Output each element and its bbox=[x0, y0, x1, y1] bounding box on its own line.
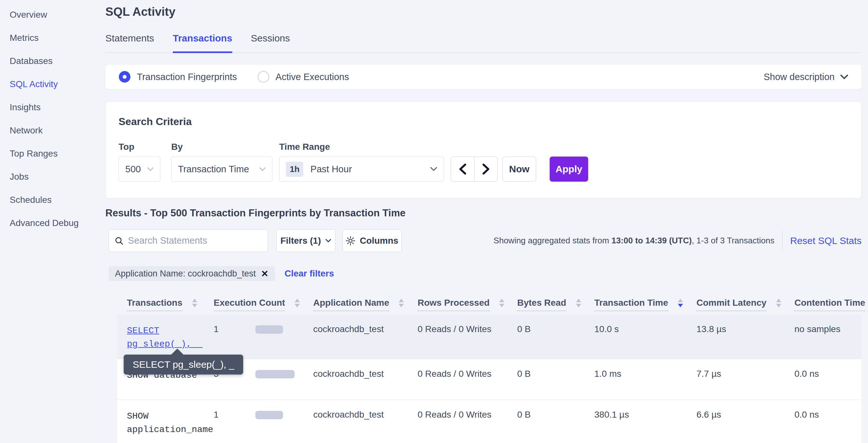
column-header-application-name[interactable]: Application Name bbox=[313, 298, 417, 311]
table-header-row: TransactionsExecution CountApplication N… bbox=[117, 289, 862, 315]
by-select-value: Transaction Time bbox=[178, 164, 249, 175]
execution-count-cell: 1 bbox=[214, 400, 313, 443]
sort-down-icon bbox=[499, 304, 504, 307]
radio-active-executions[interactable]: Active Executions bbox=[258, 71, 349, 83]
sort-icon[interactable] bbox=[678, 299, 683, 307]
sidebar-item-overview[interactable]: Overview bbox=[0, 3, 96, 26]
sort-up-icon bbox=[678, 299, 683, 302]
column-header-execution-count[interactable]: Execution Count bbox=[214, 298, 313, 311]
sidebar-item-metrics[interactable]: Metrics bbox=[0, 26, 96, 50]
rows-processed-cell: 0 Reads / 0 Writes bbox=[417, 400, 517, 443]
by-field: By Transaction Time bbox=[171, 142, 272, 182]
sort-icon[interactable] bbox=[576, 299, 581, 307]
sidebar-item-jobs[interactable]: Jobs bbox=[0, 165, 96, 188]
tab-statements[interactable]: Statements bbox=[105, 33, 154, 53]
transaction-fingerprint-link[interactable]: SELECT pg_sleep(_), _ bbox=[127, 326, 203, 349]
search-input[interactable] bbox=[128, 235, 262, 246]
sort-icon[interactable] bbox=[499, 299, 504, 307]
caret-right-icon bbox=[483, 164, 490, 175]
sort-icon[interactable] bbox=[399, 299, 404, 307]
contention-time-cell: no samples bbox=[795, 315, 862, 359]
sort-icon[interactable] bbox=[776, 299, 781, 307]
tab-bar: StatementsTransactionsSessions bbox=[105, 33, 862, 53]
tab-sessions[interactable]: Sessions bbox=[251, 33, 290, 53]
transaction-time-value: 1.0 ms bbox=[594, 369, 690, 379]
contention-time-cell: 0.0 ns bbox=[795, 400, 862, 443]
sidebar-item-advanced-debug[interactable]: Advanced Debug bbox=[0, 211, 96, 235]
chevron-down-icon bbox=[430, 167, 437, 171]
sidebar-item-top-ranges[interactable]: Top Ranges bbox=[0, 142, 96, 165]
execution-count-bar bbox=[255, 325, 283, 334]
by-label: By bbox=[171, 142, 272, 152]
search-statements-box bbox=[108, 229, 268, 252]
column-header-label: Transactions bbox=[127, 298, 183, 311]
time-range-badge: 1h bbox=[286, 162, 303, 177]
sort-icon[interactable] bbox=[192, 299, 197, 307]
gear-icon bbox=[346, 236, 355, 246]
sort-down-icon bbox=[399, 304, 404, 307]
application-name-cell: cockroachdb_test bbox=[313, 400, 417, 443]
sidebar: OverviewMetricsDatabasesSQL ActivityInsi… bbox=[0, 0, 96, 235]
transaction-cell: SELECT pg_sleep(_), _ bbox=[127, 315, 214, 359]
clear-filters-link[interactable]: Clear filters bbox=[285, 268, 334, 279]
view-toggle-options: Transaction FingerprintsActive Execution… bbox=[119, 71, 349, 83]
show-description-toggle[interactable]: Show description bbox=[764, 72, 848, 82]
column-header-bytes-read[interactable]: Bytes Read bbox=[517, 298, 594, 311]
aggregated-stats-text: Showing aggregated stats from 13:00 to 1… bbox=[493, 236, 774, 246]
sort-down-icon bbox=[192, 304, 197, 307]
column-header-label: Execution Count bbox=[214, 298, 285, 311]
sidebar-item-schedules[interactable]: Schedules bbox=[0, 188, 96, 211]
sidebar-item-databases[interactable]: Databases bbox=[0, 50, 96, 73]
search-icon bbox=[115, 236, 123, 246]
by-select[interactable]: Transaction Time bbox=[171, 156, 272, 182]
application-name-cell: cockroachdb_test bbox=[313, 315, 417, 359]
column-header-label: Contention Time bbox=[795, 298, 865, 311]
top-field: Top 500 bbox=[119, 142, 160, 182]
transaction-time-cell: 10.0 s bbox=[594, 315, 696, 359]
column-header-transaction-time[interactable]: Transaction Time bbox=[594, 298, 696, 311]
column-header-commit-latency[interactable]: Commit Latency bbox=[696, 298, 795, 311]
filter-chip[interactable]: Application Name: cockroachdb_test ✕ bbox=[108, 266, 275, 281]
sort-down-icon bbox=[576, 304, 581, 307]
sort-icon[interactable] bbox=[294, 299, 300, 307]
execution-count-cell: 1 bbox=[214, 315, 313, 359]
column-header-label: Application Name bbox=[313, 298, 389, 311]
column-header-rows-processed[interactable]: Rows Processed bbox=[417, 298, 517, 311]
commit-latency-value: 7.7 µs bbox=[696, 369, 788, 379]
chevron-down-icon bbox=[840, 75, 848, 80]
reset-sql-stats-link[interactable]: Reset SQL Stats bbox=[790, 235, 862, 246]
now-button[interactable]: Now bbox=[502, 156, 536, 182]
search-criteria-heading: Search Criteria bbox=[119, 116, 848, 128]
show-description-label: Show description bbox=[764, 72, 835, 82]
contention-time-cell: 0.0 ns bbox=[795, 359, 862, 400]
close-icon[interactable]: ✕ bbox=[261, 268, 268, 279]
commit-latency-cell: 7.7 µs bbox=[696, 359, 795, 400]
execution-count-bar bbox=[255, 411, 283, 419]
column-header-label: Transaction Time bbox=[594, 298, 668, 311]
previous-time-range-button[interactable] bbox=[451, 157, 474, 181]
columns-button[interactable]: Columns bbox=[342, 229, 402, 252]
sql-tooltip: SELECT pg_sleep(_), _ bbox=[124, 355, 243, 375]
tab-transactions[interactable]: Transactions bbox=[173, 33, 232, 53]
transaction-time-cell: 380.1 µs bbox=[594, 400, 696, 443]
filters-button[interactable]: Filters (1) bbox=[276, 229, 335, 252]
time-range-select[interactable]: 1h Past Hour bbox=[279, 156, 444, 182]
radio-transaction-fingerprints[interactable]: Transaction Fingerprints bbox=[119, 71, 237, 83]
radio-icon bbox=[119, 71, 130, 83]
sidebar-item-insights[interactable]: Insights bbox=[0, 96, 96, 119]
execution-count-bar bbox=[255, 370, 294, 378]
sql-tooltip-text: SELECT pg_sleep(_), _ bbox=[133, 359, 234, 370]
time-range-value: Past Hour bbox=[310, 164, 352, 175]
active-filters-row: Application Name: cockroachdb_test ✕ Cle… bbox=[108, 266, 862, 281]
column-header-transactions[interactable]: Transactions bbox=[127, 298, 214, 311]
sidebar-item-network[interactable]: Network bbox=[0, 119, 96, 142]
apply-button[interactable]: Apply bbox=[550, 156, 588, 182]
toolbar-divider bbox=[782, 231, 782, 251]
sidebar-item-sql-activity[interactable]: SQL Activity bbox=[0, 73, 96, 96]
next-time-range-button[interactable] bbox=[474, 157, 497, 181]
transaction-time-value: 380.1 µs bbox=[594, 410, 690, 420]
sort-up-icon bbox=[399, 299, 404, 302]
top-select[interactable]: 500 bbox=[119, 156, 160, 182]
table-row: SELECT pg_sleep(_), _1cockroachdb_test0 … bbox=[117, 315, 862, 359]
time-range-field: Time Range 1h Past Hour bbox=[279, 142, 444, 182]
